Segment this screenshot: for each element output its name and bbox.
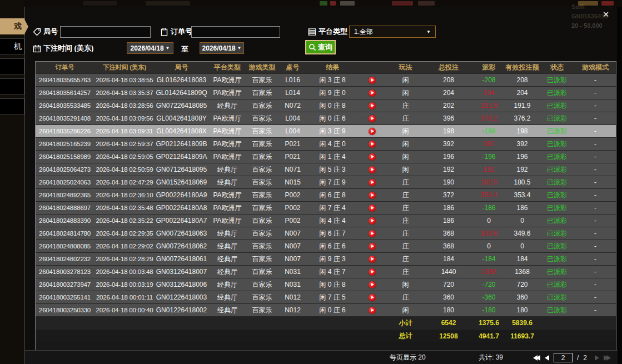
table-cell: - [574,112,616,124]
play-result-icon[interactable] [369,89,376,97]
table-cell: P002 [277,189,308,201]
play-result-icon[interactable] [369,102,376,109]
play-result-icon[interactable] [369,153,376,161]
play-result-icon[interactable] [369,307,376,314]
query-button-label: 查询 [318,42,332,52]
table-cell: 闲 6 庄 6 [308,240,357,252]
table-cell: 闲 5 庄 3 [308,163,357,176]
table-row[interactable]: 2604180032739472026-04-18 00:03:19GN0312… [36,278,616,291]
table-cell: 2026-04-18 02:47:29 [94,176,155,188]
table-cell: 百家乐 [247,304,277,316]
table-row[interactable]: 2604180248923652026-04-18 02:36:10GP0022… [36,188,616,201]
play-result-icon[interactable] [369,77,376,84]
round-number-input[interactable] [60,26,151,38]
order-number-input[interactable] [191,26,280,38]
table-cell: P021 [277,151,308,163]
table-cell: 192 [504,163,540,176]
table-cell: 192 [474,163,504,176]
table-cell: 2026-04-18 02:29:35 [94,227,155,240]
table-row[interactable]: 2604180248080852026-04-18 02:29:02GN0072… [36,240,616,252]
table-row[interactable]: 2604180032503302026-04-18 00:00:40GN0122… [36,303,616,316]
table-cell: 闲 9 庄 3 [308,253,357,265]
table-row[interactable]: 2604180251652392026-04-18 02:59:37GP0212… [36,137,616,150]
table-row[interactable]: 2604180352914082026-04-18 03:09:56GL0042… [36,112,616,124]
table-cell: 庄 [387,227,424,240]
page-number-input[interactable] [554,353,573,362]
table-cell: GN00726418062 [155,240,208,252]
table-row[interactable]: 2604180356142572026-04-18 03:35:37GL0142… [36,86,616,99]
sidebar-item[interactable] [0,98,24,114]
play-result-icon[interactable] [369,230,376,237]
table-row[interactable]: 2604180032781232026-04-18 00:03:48GN0312… [36,265,616,278]
sidebar-item[interactable]: 机 [0,38,24,54]
table-header-row: 订单号下注时间 (美东)局号平台类型游戏类型桌号结果玩法总投注派彩有效投注额状态… [36,62,616,73]
table-cell: 已派彩 [540,176,574,188]
table-cell: 已派彩 [540,304,574,316]
date-from-picker[interactable]: 2026/04/18 ▼ [127,42,173,54]
pagination-next-button[interactable] [595,355,599,361]
round-number-label: 局号 [43,27,58,37]
play-result-icon[interactable] [369,256,376,263]
table-cell: 202 [424,99,474,112]
table-cell: 260418024883390 [36,215,94,227]
sidebar-item[interactable]: 戏 [0,18,24,34]
table-row[interactable]: 2604180248147802026-04-18 02:29:35GN0072… [36,227,616,240]
play-result-icon[interactable] [369,141,376,148]
table-body: 2604180356557632026-04-18 03:38:55GL0162… [36,73,616,316]
chevron-down-icon: ▼ [237,46,242,51]
bet-time-label: 下注时间 (美东) [43,43,93,53]
table-cell: - [574,87,616,99]
table-cell: 353.4 [504,189,540,201]
play-result-icon[interactable] [369,217,376,225]
table-cell: 庄 [387,266,424,278]
table-cell: 百家乐 [247,138,277,150]
play-result-icon[interactable] [369,115,376,122]
table-cell: 190 [424,176,474,188]
table-cell: 经典厅 [208,253,247,265]
table-row[interactable]: 2604180248022322026-04-18 02:28:29GN0072… [36,252,616,265]
play-result-icon[interactable] [369,166,376,173]
sidebar-item[interactable] [0,78,24,94]
pagination-first-button[interactable] [533,355,540,361]
close-icon[interactable]: × [599,8,613,21]
pagination-last-button[interactable] [604,355,611,361]
date-to-picker[interactable]: 2026/04/18 ▼ [200,42,244,54]
table-row[interactable]: 2604180355334852026-04-18 03:28:56GN0722… [36,99,616,112]
table-row[interactable]: 2604180356557632026-04-18 03:38:55GL0162… [36,73,616,86]
table-cell: - [574,189,616,201]
table-row[interactable]: 2604180248886972026-04-18 02:35:48GP0022… [36,201,616,214]
column-header: 游戏类型 [247,62,277,73]
column-header: 总投注 [424,62,474,73]
play-result-icon[interactable] [369,281,376,288]
pagination-prev-button[interactable] [545,355,549,361]
play-result-icon[interactable] [369,294,376,301]
play-result-icon[interactable] [369,192,376,199]
table-cell: GN07226418085 [155,99,208,112]
table-row[interactable]: 2604180250240632026-04-18 02:47:29GN0152… [36,176,616,188]
play-result-icon[interactable] [369,205,376,212]
table-row[interactable]: 2604180352862262026-04-18 03:09:31GL0042… [36,124,616,137]
play-result-icon[interactable] [369,243,376,250]
play-result-icon[interactable] [369,268,376,276]
table-cell: 184 [424,253,474,265]
table-cell: 已派彩 [540,202,574,214]
table-cell: 已派彩 [540,74,574,86]
table-cell: GL0042641808Y [155,112,208,124]
play-result-icon[interactable] [369,128,376,135]
table-cell: 196 [504,151,540,163]
platform-type-select[interactable]: 1.全部 ▼ [349,26,436,38]
result-video-cell [357,240,387,252]
summary-cell [308,330,357,342]
table-row[interactable]: 2604180251589892026-04-18 02:59:05GP0212… [36,150,616,163]
table-row[interactable]: 2604180248833902026-04-18 02:35:22GP0022… [36,214,616,227]
table-cell: 392 [504,138,540,150]
sidebar-item[interactable] [0,58,24,74]
table-row[interactable]: 2604180032551412026-04-18 00:01:11GN0122… [36,291,616,303]
table-row[interactable]: 2604180250642732026-04-18 02:50:59GN0712… [36,163,616,176]
table-cell: 百家乐 [247,189,277,201]
table-cell: 闲 3 庄 9 [308,125,357,137]
query-button[interactable]: 查询 [305,40,336,54]
table-cell: 392 [424,138,474,150]
table-cell: 闲 [387,163,424,176]
play-result-icon[interactable] [369,179,376,186]
